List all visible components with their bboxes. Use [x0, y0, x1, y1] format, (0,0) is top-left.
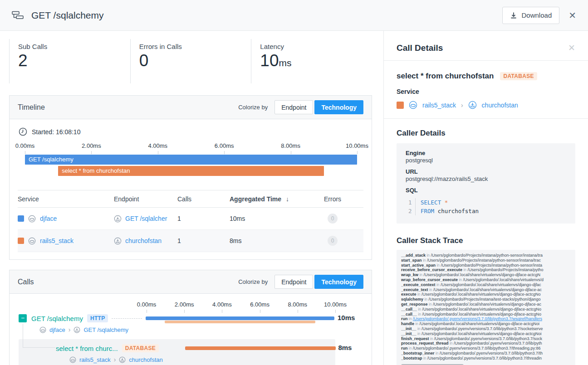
axis-tick-mark [147, 310, 147, 313]
endpoint-icon [114, 237, 122, 245]
endpoint-icon [74, 326, 80, 333]
colorize-technology-button[interactable]: Technology [314, 100, 363, 114]
dotted-connector [112, 318, 142, 319]
col-endpoint: Endpoint [114, 195, 177, 203]
stack-frame: wrap_kw in /Users/pglombardo/.local/shar… [401, 273, 571, 277]
table-row[interactable]: djface GET /sqlalcher 1 10ms 0 [18, 208, 363, 230]
caller-stack-trace-title: Caller Stack Trace [397, 236, 575, 245]
axis-tick-label: 4.00ms [212, 301, 232, 308]
table-row[interactable]: rails5_stack churchofstan 1 8ms 0 [18, 230, 363, 252]
colorize-by-group: Colorize by Endpoint Technology [238, 275, 363, 289]
service-link[interactable]: djface [49, 326, 65, 333]
sql-label: SQL [406, 187, 566, 194]
axis-tick-label: 10.00ms [346, 142, 368, 149]
stack-frame: handle in /Users/pglombardo/.local/share… [401, 321, 571, 326]
endpoint-icon [119, 356, 126, 363]
colorize-endpoint-button[interactable]: Endpoint [274, 100, 313, 114]
endpoint-link[interactable]: churchofstan [125, 237, 162, 244]
download-label: Download [522, 11, 552, 19]
chevron-right-icon: › [69, 326, 71, 333]
call-label[interactable]: GET /sqlalchemy [31, 315, 83, 322]
call-details-panel: Call Details ✕ select * from churchofsta… [383, 31, 588, 365]
service-color-swatch [18, 238, 24, 244]
stat-label: Latency [260, 43, 372, 50]
call-duration-label: 10ms [335, 313, 357, 322]
service-icon [28, 237, 36, 245]
timeline-bar-child[interactable]: select * from churchofstan [58, 166, 324, 176]
sql-code-block: 1SELECT *2FROM churchofstan [408, 198, 566, 215]
aggregated-time: 8ms [230, 237, 324, 244]
close-icon[interactable]: ✕ [568, 10, 576, 21]
call-duration-bar[interactable] [146, 316, 334, 320]
errors-badge: 0 [328, 214, 338, 224]
technology-badge: DATABASE [122, 344, 159, 352]
endpoint-link[interactable]: GET /sqlalchemy [83, 326, 128, 333]
service-link[interactable]: rails5_stack [79, 356, 111, 363]
close-icon[interactable]: ✕ [568, 43, 575, 53]
axis-tick-mark [260, 310, 260, 313]
url-value: postgresql://mazzo/rails5_stack [406, 175, 566, 182]
selected-call-name: select * from churchofstan [397, 72, 494, 81]
stack-frame: _execute_context in /Users/pglombardo/.l… [401, 282, 571, 287]
timeline-bar-root[interactable]: GET /sqlalchemy [25, 155, 357, 165]
aggregated-time: 10ms [230, 215, 324, 222]
axis-tick-label: 2.00ms [175, 301, 194, 308]
call-row-root[interactable]: − GET /sqlalchemy HTTP 10ms [18, 313, 363, 324]
axis-tick-mark [291, 151, 291, 154]
colorize-endpoint-button[interactable]: Endpoint [274, 275, 313, 289]
stack-frame[interactable]: run in /Users/pglombardo/.pyenv/versions… [401, 316, 571, 321]
clock-icon [19, 127, 27, 136]
calls-axis: 0.00ms2.00ms4.00ms6.00ms8.00ms10.00ms [147, 300, 335, 313]
stat-value: 2 [18, 51, 130, 70]
top-bar: GET /sqlalchemy Download ✕ [0, 0, 588, 31]
timeline-chart: 0.00ms2.00ms4.00ms6.00ms8.00ms10.00ms GE… [25, 141, 357, 177]
colorize-by-group: Colorize by Endpoint Technology [238, 100, 363, 114]
stat-latency: Latency 10ms [251, 39, 372, 83]
stack-frame: get_response in /Users/pglombardo/.local… [401, 302, 571, 307]
stat-value: 10ms [260, 51, 372, 70]
service-link[interactable]: rails5_stack [40, 237, 74, 244]
stack-frame: start_active_span in /Users/pglombardo/P… [401, 263, 571, 268]
stack-frame: sqlalchemy in /Users/pglombardo/Projects… [401, 297, 571, 302]
stack-frame: __add_stack in /Users/pglombardo/Project… [401, 253, 571, 258]
axis-tick-label: 6.00ms [250, 301, 270, 308]
axis-tick-mark [298, 310, 298, 313]
axis-tick-label: 8.00ms [288, 301, 307, 308]
sort-desc-icon: ↓ [286, 195, 289, 203]
service-section-label: Service [397, 88, 575, 95]
collapse-icon[interactable]: − [19, 314, 27, 322]
stack-frame: __call__ in /Users/pglombardo/.local/sha… [401, 312, 571, 317]
col-aggregated-time[interactable]: Aggregated Time↓ [230, 195, 324, 203]
calls-title: Calls [18, 278, 34, 286]
timeline-axis: 0.00ms2.00ms4.00ms6.00ms8.00ms10.00ms [25, 141, 357, 154]
stack-frame: execute in /Users/pglombardo/.local/shar… [401, 292, 571, 297]
colorize-by-label: Colorize by [238, 278, 268, 285]
call-duration-bar[interactable] [185, 346, 336, 350]
calls-panel: Calls Colorize by Endpoint Technology 0.… [9, 270, 372, 365]
page-title: GET /sqlalchemy [31, 10, 104, 21]
engine-value: postgresql [406, 157, 566, 164]
calls-tree: 0.00ms2.00ms4.00ms6.00ms8.00ms10.00ms − … [18, 300, 363, 365]
axis-tick-mark [335, 310, 336, 313]
service-color-swatch [397, 102, 404, 109]
caller-details-title: Caller Details [397, 129, 575, 138]
stack-frame: __call__ in /Users/pglombardo/.local/sha… [401, 307, 571, 312]
axis-tick-label: 0.00ms [15, 142, 35, 149]
endpoint-link[interactable]: churchofstan [482, 102, 518, 109]
call-row-selected[interactable]: select * from churc... DATABASE 8ms rail… [19, 339, 335, 365]
endpoint-link[interactable]: churchofstan [129, 356, 162, 363]
col-errors: Errors [324, 195, 363, 203]
service-link[interactable]: rails5_stack [422, 102, 456, 109]
download-button[interactable]: Download [502, 7, 560, 24]
endpoint-icon [468, 101, 477, 109]
colorize-technology-button[interactable]: Technology [314, 275, 363, 289]
call-label[interactable]: select * from churc... [56, 345, 118, 352]
endpoint-link[interactable]: GET /sqlalcher [125, 215, 167, 222]
service-icon [39, 326, 46, 333]
service-link[interactable]: djface [40, 215, 57, 222]
col-service: Service [18, 195, 114, 203]
calls-count: 1 [177, 237, 230, 244]
calls-count: 1 [177, 215, 230, 222]
timeline-panel-header: Timeline Colorize by Endpoint Technology [10, 96, 372, 119]
summary-stats: Sub Calls 2 Errors in Calls 0 Latency 10… [9, 39, 372, 83]
